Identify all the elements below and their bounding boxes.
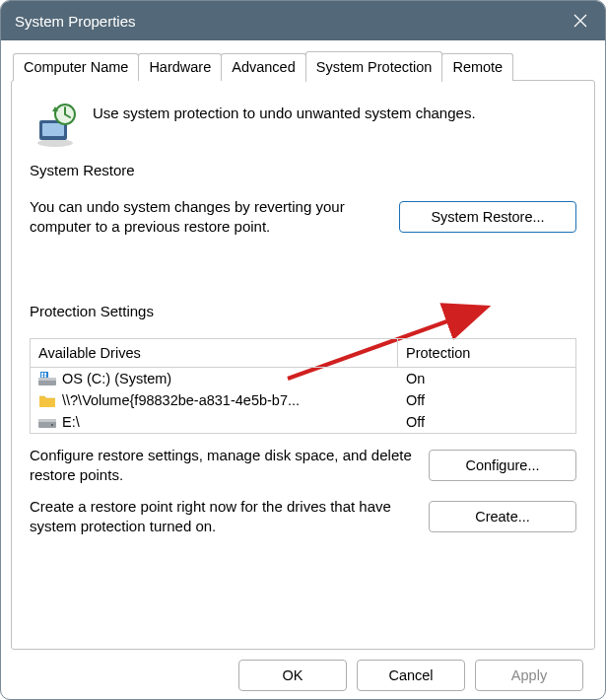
folder-icon (38, 392, 56, 408)
table-row[interactable]: OS (C:) (System) On (31, 368, 575, 389)
drive-protection: On (398, 368, 575, 389)
svg-rect-12 (41, 373, 43, 375)
header-protection: Protection (398, 339, 575, 367)
tab-advanced[interactable]: Advanced (221, 53, 306, 81)
tab-strip: Computer Name Hardware Advanced System P… (11, 50, 595, 81)
svg-rect-4 (42, 123, 64, 136)
tab-remote[interactable]: Remote (441, 53, 513, 81)
titlebar: System Properties (1, 1, 605, 40)
svg-rect-17 (38, 419, 56, 422)
cancel-button[interactable]: Cancel (357, 660, 465, 691)
create-description: Create a restore point right now for the… (30, 497, 415, 537)
table-row[interactable]: \\?\Volume{f98832be-a831-4e5b-b7... Off (31, 389, 575, 411)
table-header: Available Drives Protection (31, 339, 575, 368)
tab-hardware[interactable]: Hardware (138, 53, 222, 81)
restore-description: You can undo system changes by reverting… (30, 197, 387, 238)
svg-rect-13 (44, 373, 46, 375)
group-legend-settings: Protection Settings (30, 303, 160, 319)
svg-point-18 (51, 424, 53, 426)
svg-point-2 (37, 139, 73, 147)
svg-rect-10 (38, 378, 56, 381)
intro-text: Use system protection to undo unwanted s… (93, 101, 476, 121)
disk-icon (38, 414, 56, 430)
drive-protection: Off (398, 389, 575, 411)
close-icon[interactable] (572, 12, 589, 30)
configure-description: Configure restore settings, manage disk … (30, 446, 415, 486)
drives-table[interactable]: Available Drives Protection OS (C:) (Sys… (30, 338, 576, 434)
group-protection-settings: Protection Settings Available Drives Pro… (30, 313, 576, 555)
system-protection-icon (32, 101, 79, 148)
drive-name: OS (C:) (System) (62, 371, 171, 386)
tab-panel: Use system protection to undo unwanted s… (11, 80, 595, 650)
svg-rect-14 (41, 375, 43, 377)
dialog-footer: OK Cancel Apply (11, 650, 595, 691)
disk-os-icon (38, 371, 56, 386)
header-available-drives: Available Drives (31, 339, 398, 367)
create-button[interactable]: Create... (429, 501, 576, 532)
svg-rect-15 (44, 375, 46, 377)
system-properties-window: System Properties Computer Name Hardware… (0, 0, 606, 700)
table-row[interactable]: E:\ Off (31, 411, 575, 433)
drive-protection: Off (398, 411, 575, 433)
group-system-restore: System Restore You can undo system chang… (30, 172, 576, 244)
client-area: Computer Name Hardware Advanced System P… (1, 40, 605, 699)
group-legend-restore: System Restore (30, 162, 141, 178)
apply-button[interactable]: Apply (475, 660, 583, 691)
intro-row: Use system protection to undo unwanted s… (32, 101, 576, 148)
tab-computer-name[interactable]: Computer Name (13, 53, 139, 81)
drive-name: \\?\Volume{f98832be-a831-4e5b-b7... (62, 392, 300, 408)
drive-name: E:\ (62, 414, 80, 430)
configure-button[interactable]: Configure... (429, 450, 576, 481)
system-restore-button[interactable]: System Restore... (399, 201, 576, 233)
ok-button[interactable]: OK (238, 660, 347, 691)
tab-system-protection[interactable]: System Protection (305, 51, 443, 82)
window-title: System Properties (15, 13, 136, 30)
